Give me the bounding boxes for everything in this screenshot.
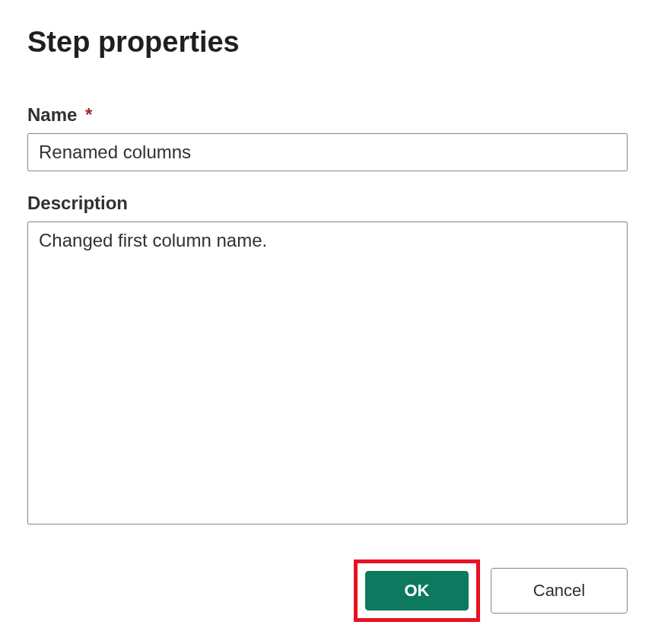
- description-input[interactable]: Changed first column name.: [27, 222, 628, 524]
- name-label-text: Name: [27, 104, 77, 125]
- name-input[interactable]: [27, 133, 628, 171]
- ok-button-highlight: OK: [354, 560, 480, 622]
- ok-button[interactable]: OK: [365, 571, 469, 611]
- name-field-group: Name *: [27, 104, 628, 171]
- name-label: Name *: [27, 104, 628, 126]
- cancel-button[interactable]: Cancel: [491, 568, 628, 614]
- dialog-title: Step properties: [27, 26, 628, 59]
- required-asterisk-icon: *: [85, 104, 92, 125]
- dialog-button-row: OK Cancel: [27, 560, 628, 622]
- description-field-group: Description Changed first column name.: [27, 193, 628, 528]
- description-label: Description: [27, 193, 628, 214]
